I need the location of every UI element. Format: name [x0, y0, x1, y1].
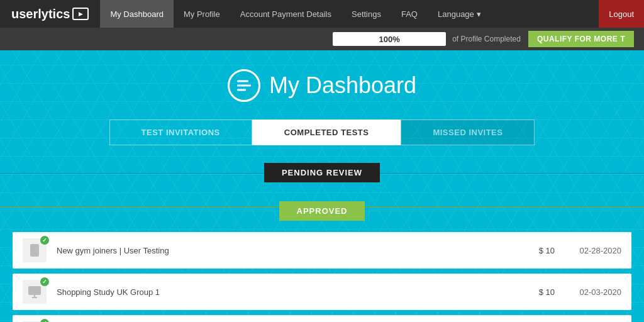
test-date-1: 02-28-2020 — [565, 246, 621, 255]
check-badge: ✓ — [40, 236, 49, 245]
test-date-2: 02-03-2020 — [565, 287, 621, 297]
dashboard-title-area: My Dashboard — [0, 69, 644, 102]
test-item: ✓ Evo II $ 10 01-22-2020 — [13, 315, 631, 322]
logout-button[interactable]: Logout — [599, 0, 644, 28]
dashboard-title: My Dashboard — [269, 72, 416, 99]
nav-links: My Dashboard My Profile Account Payment … — [100, 0, 644, 28]
test-amount-2: $ 10 — [517, 287, 555, 297]
tabs-row: TEST INVITATIONS COMPLETED TESTS MISSED … — [0, 119, 644, 145]
dashboard-icon — [228, 69, 260, 102]
nav-my-profile[interactable]: My Profile — [174, 0, 230, 28]
nav-faq[interactable]: FAQ — [391, 0, 428, 28]
mobile-icon — [27, 243, 42, 258]
tab-completed-tests[interactable]: COMPLETED TESTS — [252, 119, 401, 145]
qualify-button[interactable]: QUALIFY FOR MORE T — [528, 31, 634, 47]
tab-missed-invites[interactable]: MISSED INVITES — [401, 119, 535, 145]
hero-section: My Dashboard TEST INVITATIONS COMPLETED … — [0, 50, 644, 322]
svg-rect-2 — [28, 286, 41, 295]
nav-my-dashboard[interactable]: My Dashboard — [100, 0, 174, 28]
profile-bar: 100% of Profile Completed QUALIFY FOR MO… — [0, 28, 644, 50]
top-navigation: userlytics My Dashboard My Profile Accou… — [0, 0, 644, 28]
test-name-1: New gym joiners | User Testing — [57, 246, 507, 255]
profile-progress-bar: 100% — [333, 32, 446, 46]
test-item: ✓ Shopping Study UK Group 1 $ 10 02-03-2… — [13, 274, 631, 310]
test-amount-1: $ 10 — [517, 246, 555, 255]
progress-value: 100% — [333, 32, 446, 46]
svg-rect-0 — [30, 244, 39, 257]
test-name-2: Shopping Study UK Group 1 — [57, 287, 507, 297]
test-icon-desktop: ✓ — [23, 280, 47, 304]
nav-account-payment[interactable]: Account Payment Details — [230, 0, 341, 28]
test-list: ✓ New gym joiners | User Testing $ 10 02… — [0, 226, 644, 322]
logo-text: userlytics — [11, 7, 70, 21]
profile-completed-text: of Profile Completed — [452, 35, 521, 43]
nav-language[interactable]: Language ▾ — [428, 0, 491, 28]
test-icon-mobile: ✓ — [23, 238, 47, 262]
check-badge: ✓ — [40, 277, 49, 286]
pending-review-section: PENDING REVIEW — [0, 158, 644, 187]
pending-review-label: PENDING REVIEW — [264, 163, 380, 182]
chevron-down-icon: ▾ — [477, 9, 481, 19]
desktop-icon — [27, 284, 42, 299]
tab-test-invitations[interactable]: TEST INVITATIONS — [109, 119, 252, 145]
test-item: ✓ New gym joiners | User Testing $ 10 02… — [13, 232, 631, 269]
logo-icon — [72, 8, 89, 20]
approved-section: APPROVED — [0, 187, 644, 226]
progress-container: 100% of Profile Completed — [333, 32, 521, 46]
approved-label: APPROVED — [279, 201, 365, 221]
nav-settings[interactable]: Settings — [341, 0, 391, 28]
logo: userlytics — [0, 0, 100, 28]
check-badge: ✓ — [40, 319, 49, 322]
